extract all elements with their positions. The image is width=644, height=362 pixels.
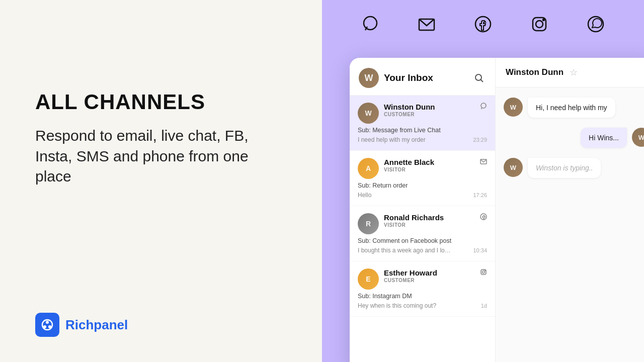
conversation-list: W Winston Dunn bbox=[350, 96, 495, 362]
brand-logo bbox=[35, 313, 59, 337]
instagram-channel-icon[interactable] bbox=[526, 11, 552, 37]
svg-point-14 bbox=[481, 103, 486, 108]
chat-messages: W Hi, I need help with my Hi Wins... W bbox=[496, 87, 644, 362]
star-icon[interactable]: ☆ bbox=[570, 67, 578, 78]
conv-preview-esther: Hey when is this coming out? bbox=[358, 302, 436, 309]
chat-header: Winston Dunn ☆ bbox=[496, 58, 644, 87]
left-content: ALL CHANNELS Respond to email, live chat… bbox=[35, 90, 287, 187]
conversation-item-annette[interactable]: A Annette Black bbox=[350, 151, 495, 206]
conv-info-winston: Winston Dunn CUSTOMER bbox=[384, 103, 487, 117]
msg-bubble-2: Hi Wins... bbox=[581, 128, 627, 148]
svg-line-13 bbox=[481, 80, 484, 82]
conversation-item-winston[interactable]: W Winston Dunn bbox=[350, 96, 495, 151]
avatar-annette: A bbox=[358, 158, 379, 179]
msg-avatar-typing: W bbox=[504, 158, 523, 177]
chat-panel: Winston Dunn ☆ W Hi, I need help with my bbox=[496, 58, 644, 362]
channel-icons-bar bbox=[322, 0, 644, 48]
right-panel: W Your Inbox W bbox=[322, 0, 644, 362]
conv-name-ronald: Ronald Richards bbox=[384, 213, 444, 222]
message-row-1: W Hi, I need help with my bbox=[504, 98, 644, 118]
email-channel-icon[interactable] bbox=[414, 11, 440, 37]
conv-time-annette: 17:26 bbox=[473, 192, 487, 198]
conv-subject-annette: Sub: Return order bbox=[358, 182, 487, 189]
conv-channel-chat-icon bbox=[480, 103, 487, 111]
msg-bubble-typing: Winston is typing.. bbox=[528, 158, 601, 178]
avatar-ronald: R bbox=[358, 213, 379, 234]
svg-point-9 bbox=[536, 21, 543, 28]
conversation-item-ronald[interactable]: R Ronald Richards bbox=[350, 206, 495, 261]
svg-point-4 bbox=[364, 17, 377, 30]
subtext: Respond to email, live chat, FB, Insta, … bbox=[35, 126, 252, 187]
conv-info-annette: Annette Black VISITOR bbox=[384, 158, 487, 172]
conv-preview-annette: Hello bbox=[358, 192, 371, 199]
inbox-panel: W Your Inbox W bbox=[350, 58, 496, 362]
conv-name-esther: Esther Howard bbox=[384, 268, 437, 277]
svg-point-1 bbox=[46, 321, 49, 324]
conversation-item-esther[interactable]: E Esther Howard bbox=[350, 261, 495, 317]
chat-header-name: Winston Dunn bbox=[506, 67, 564, 77]
conv-channel-instagram-icon bbox=[480, 268, 487, 277]
conv-name-winston: Winston Dunn bbox=[384, 103, 435, 111]
conv-subject-esther: Sub: Instagram DM bbox=[358, 293, 487, 300]
msg-avatar-1: W bbox=[504, 98, 523, 117]
avatar-esther: E bbox=[358, 268, 379, 290]
message-row-2: Hi Wins... W bbox=[504, 128, 644, 148]
inbox-user-avatar: W bbox=[359, 68, 379, 88]
conv-time-esther: 1d bbox=[481, 303, 487, 309]
svg-point-19 bbox=[482, 271, 485, 274]
chat-channel-icon[interactable] bbox=[357, 11, 383, 37]
inbox-header: W Your Inbox bbox=[350, 58, 495, 96]
svg-point-3 bbox=[48, 325, 51, 328]
svg-point-2 bbox=[43, 325, 46, 328]
svg-point-12 bbox=[475, 74, 481, 80]
conv-subject-ronald: Sub: Comment on Facebook post bbox=[358, 237, 487, 244]
svg-point-20 bbox=[485, 270, 486, 270]
conv-subject-winston: Sub: Message from Live Chat bbox=[358, 127, 487, 134]
whatsapp-channel-icon[interactable] bbox=[583, 11, 609, 37]
avatar-winston: W bbox=[358, 103, 379, 124]
facebook-channel-icon[interactable] bbox=[470, 11, 496, 37]
headline: ALL CHANNELS bbox=[35, 90, 287, 114]
msg-text-2: Hi Wins... bbox=[589, 134, 619, 142]
conv-channel-email-icon bbox=[480, 158, 487, 166]
msg-text-1: Hi, I need help with my bbox=[536, 104, 607, 112]
app-window: W Your Inbox W bbox=[350, 58, 644, 362]
brand-name: Richpanel bbox=[65, 317, 128, 333]
conv-badge-ronald: VISITOR bbox=[384, 222, 487, 228]
message-row-typing: W Winston is typing.. bbox=[504, 158, 644, 178]
conv-preview-winston: I need help with my order bbox=[358, 136, 426, 143]
search-button[interactable] bbox=[472, 71, 486, 85]
conv-preview-ronald: I bought this a week ago and I lovee it.… bbox=[358, 247, 451, 254]
msg-bubble-1: Hi, I need help with my bbox=[528, 98, 615, 118]
conv-name-annette: Annette Black bbox=[384, 158, 434, 166]
msg-text-typing: Winston is typing.. bbox=[536, 164, 593, 172]
msg-avatar-2: W bbox=[632, 128, 644, 147]
conv-time-ronald: 10:34 bbox=[473, 247, 487, 253]
inbox-title: Your Inbox bbox=[384, 72, 467, 83]
conv-info-ronald: Ronald Richards VISITOR bbox=[384, 213, 487, 228]
brand: Richpanel bbox=[35, 313, 287, 337]
conv-info-esther: Esther Howard CUSTOMER bbox=[384, 268, 487, 283]
conv-badge-winston: CUSTOMER bbox=[384, 112, 487, 117]
conv-badge-esther: CUSTOMER bbox=[384, 278, 487, 283]
conv-time-winston: 23:29 bbox=[473, 137, 487, 143]
left-panel: ALL CHANNELS Respond to email, live chat… bbox=[0, 0, 322, 362]
conv-badge-annette: VISITOR bbox=[384, 167, 487, 172]
svg-point-10 bbox=[543, 19, 544, 21]
svg-line-15 bbox=[481, 108, 482, 109]
conv-channel-facebook-icon bbox=[480, 213, 487, 222]
